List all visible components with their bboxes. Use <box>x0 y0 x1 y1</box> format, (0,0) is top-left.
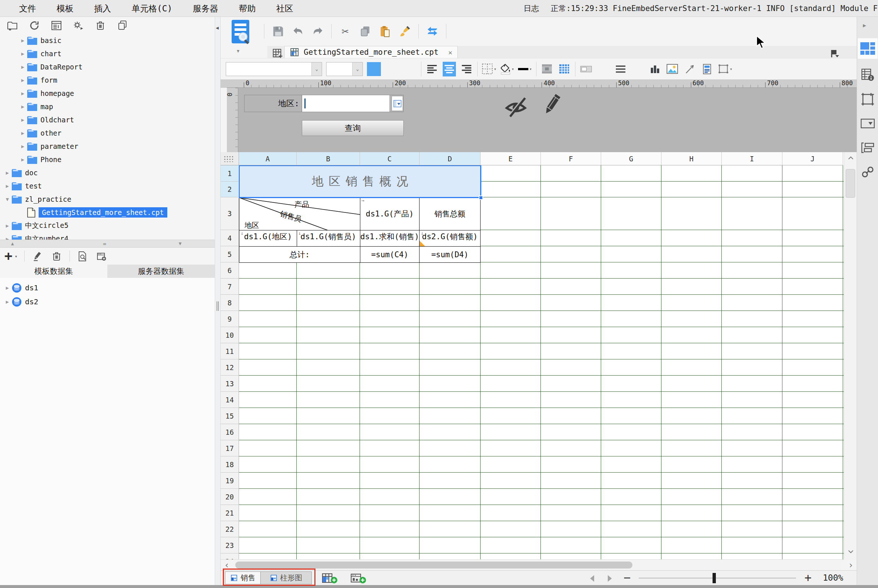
left-panel-divider[interactable]: ◀ <box>215 17 221 585</box>
row-header-7[interactable]: 7 <box>221 279 239 295</box>
cell-c4[interactable]: ds1.求和(销售) <box>360 230 420 247</box>
scroll-up-icon[interactable] <box>844 153 857 163</box>
menu-item-0[interactable]: 文件 <box>19 3 36 14</box>
redo-icon[interactable] <box>311 25 324 38</box>
zoom-slider-track[interactable] <box>639 578 796 579</box>
caret-collapsed-icon[interactable]: ▶ <box>3 285 12 291</box>
rich-text-button[interactable] <box>614 62 627 76</box>
border-style-button[interactable]: ▾ <box>482 62 496 76</box>
dropdown-caret-icon[interactable]: ▾ <box>511 66 514 72</box>
tree-item-other[interactable]: ▶ other <box>0 126 215 140</box>
dropdown-caret-icon[interactable]: ▾ <box>529 66 532 72</box>
font-color-button[interactable]: ▾ <box>518 62 532 76</box>
column-header-H[interactable]: H <box>662 152 722 165</box>
caret-collapsed-icon[interactable]: ▶ <box>18 77 27 83</box>
tree-item-parameter[interactable]: ▶ parameter <box>0 140 215 153</box>
scroll-down-icon[interactable] <box>844 546 857 557</box>
query-button[interactable]: 查询 <box>302 120 404 136</box>
row-header-8[interactable]: 8 <box>221 295 239 311</box>
column-header-G[interactable]: G <box>601 152 662 165</box>
font-family-select[interactable]: ⌄ <box>226 62 322 76</box>
align-left-button[interactable] <box>425 62 439 76</box>
select-all-corner[interactable] <box>221 152 239 165</box>
menu-item-6[interactable]: 社区 <box>277 3 293 14</box>
column-header-J[interactable]: J <box>782 152 843 165</box>
caret-collapsed-icon[interactable]: ▶ <box>18 38 27 44</box>
tree-item-homepage[interactable]: ▶ homepage <box>0 87 215 100</box>
template-menu-icon[interactable] <box>231 20 250 46</box>
new-template-icon[interactable] <box>271 47 284 60</box>
menu-item-2[interactable]: 插入 <box>94 3 111 14</box>
undo-icon[interactable] <box>292 25 304 38</box>
collapse-left-icon[interactable]: ◀ <box>216 25 219 30</box>
menu-item-3[interactable]: 单元格(C) <box>132 3 173 14</box>
merge-cells-button[interactable] <box>540 62 554 76</box>
vertical-scroll-thumb[interactable] <box>846 169 855 198</box>
template-web-settings-icon[interactable] <box>72 19 84 32</box>
splitter-grip-icon[interactable]: = <box>103 241 106 248</box>
column-header-D[interactable]: D <box>419 152 481 165</box>
insert-chart-button[interactable] <box>649 62 662 76</box>
collapse-up-icon[interactable]: ▲ <box>11 241 14 246</box>
italic-button[interactable] <box>385 62 399 76</box>
row-header-4[interactable]: 4 <box>221 230 239 246</box>
dataset-item-ds2[interactable]: ▶ ds2 <box>0 295 215 309</box>
scroll-right-icon[interactable]: › <box>845 560 857 570</box>
fill-color-button[interactable]: ▾ <box>501 62 514 76</box>
column-header-I[interactable]: I <box>722 152 782 165</box>
frame-selection-icon[interactable] <box>858 89 878 110</box>
new-folder-icon[interactable] <box>6 19 18 32</box>
tree-item-Phone[interactable]: ▶ Phone <box>0 153 215 166</box>
row-header-16[interactable]: 16 <box>221 424 239 440</box>
row-header-11[interactable]: 11 <box>221 343 239 359</box>
cut-icon[interactable]: ✂ <box>339 25 352 38</box>
widget-button[interactable] <box>579 62 593 76</box>
template-menu-caret-icon[interactable]: ▼ <box>237 48 239 54</box>
caret-collapsed-icon[interactable]: ▶ <box>18 51 27 57</box>
widget-settings-icon[interactable] <box>858 113 878 134</box>
tree-item-DataReport[interactable]: ▶ DataReport <box>0 60 215 74</box>
caret-collapsed-icon[interactable]: ▶ <box>18 64 27 70</box>
column-header-A[interactable]: A <box>239 152 297 165</box>
horizontal-scroll-thumb[interactable] <box>235 561 632 568</box>
tree-item-chart[interactable]: ▶ chart <box>0 47 215 60</box>
switch-version-icon[interactable] <box>426 25 439 38</box>
bold-button[interactable] <box>367 62 381 76</box>
tree-item-form[interactable]: ▶ form <box>0 74 215 87</box>
row-header-2[interactable]: 2 <box>221 182 239 197</box>
caret-collapsed-icon[interactable]: ▶ <box>3 183 12 189</box>
row-header-6[interactable]: 6 <box>221 262 239 279</box>
caret-expanded-icon[interactable]: ▼ <box>3 196 12 202</box>
insert-image-button[interactable] <box>666 62 679 76</box>
row-header-15[interactable]: 15 <box>221 408 239 424</box>
divider-grip[interactable] <box>216 302 219 311</box>
formula-button[interactable] <box>631 62 645 76</box>
visibility-eye-slash-icon[interactable] <box>504 95 527 119</box>
region-dropdown-button[interactable] <box>392 96 403 111</box>
row-header-18[interactable]: 18 <box>221 456 239 472</box>
add-dataset-caret-icon[interactable]: ▾ <box>15 254 18 259</box>
dropdown-caret-icon[interactable]: ▾ <box>494 66 496 72</box>
close-tab-icon[interactable]: ✕ <box>448 48 452 56</box>
frame-button[interactable]: ▾ <box>718 62 732 76</box>
new-grid-sheet-icon[interactable] <box>319 573 335 583</box>
menu-item-1[interactable]: 模板 <box>57 3 74 14</box>
copy-icon[interactable] <box>359 25 371 38</box>
template-preview-icon[interactable] <box>50 19 63 32</box>
dropdown-caret-icon[interactable]: ▾ <box>730 66 732 72</box>
cell-a3-diagonal-header[interactable]: 产品 销售员 地区 <box>239 197 360 230</box>
row-header-20[interactable]: 20 <box>221 489 239 505</box>
cell-d3[interactable]: 销售总额 <box>419 197 481 230</box>
tab-template-dataset[interactable]: 模板数据集 <box>0 265 107 278</box>
cell-a5-total-label[interactable]: 总计: <box>239 246 360 263</box>
caret-collapsed-icon[interactable]: ▶ <box>3 223 12 229</box>
caret-collapsed-icon[interactable]: ▶ <box>18 156 27 162</box>
refresh-icon[interactable] <box>28 19 41 32</box>
hyperlink-icon[interactable] <box>858 162 878 182</box>
row-header-1[interactable]: 1 <box>221 165 239 182</box>
save-icon[interactable] <box>272 25 284 38</box>
preview-dataset-icon[interactable] <box>77 250 89 262</box>
align-center-button[interactable] <box>443 62 456 76</box>
next-sheet-icon[interactable] <box>608 575 612 582</box>
grid-cells-area[interactable]: 产品 销售员 地区 → ds1.G(产品) 销售总额 ↓ ds1.G(地区) ↓… <box>239 165 844 560</box>
